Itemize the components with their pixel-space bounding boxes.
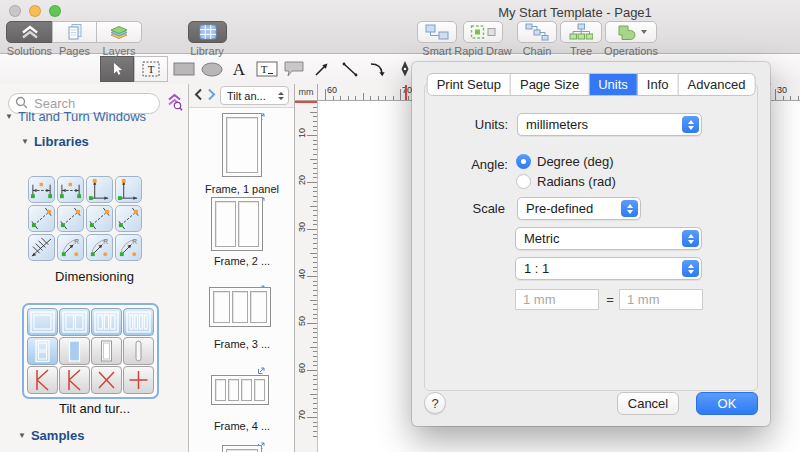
ellipse-tool[interactable] bbox=[197, 55, 227, 83]
stencil-item-preview[interactable] bbox=[211, 375, 269, 405]
frame-4-panels-icon[interactable] bbox=[123, 308, 154, 336]
ruler-tick bbox=[313, 328, 317, 329]
vertical-ruler[interactable]: 10203040506070 bbox=[295, 101, 318, 452]
tilt-turn-symbol-icon[interactable] bbox=[59, 366, 90, 394]
stencil-item-preview[interactable] bbox=[222, 113, 262, 177]
frame-3-panels-icon[interactable] bbox=[91, 308, 122, 336]
solution-search-icon[interactable] bbox=[166, 91, 183, 116]
ruler-tick bbox=[313, 116, 317, 117]
ruler-tick bbox=[313, 168, 317, 169]
toolbar-button-pages[interactable] bbox=[52, 21, 97, 43]
angular-dimension-icon[interactable] bbox=[28, 205, 55, 232]
tab-page-size[interactable]: Page Size bbox=[511, 74, 589, 95]
units-dropdown[interactable]: millimeters bbox=[517, 113, 702, 136]
frame-2-rows-icon[interactable] bbox=[27, 337, 58, 365]
scale-system-dropdown[interactable]: Metric bbox=[515, 227, 702, 250]
angular-dimension-icon[interactable] bbox=[57, 205, 84, 232]
rectangle-tool[interactable] bbox=[169, 55, 199, 83]
text-tool[interactable]: A bbox=[224, 55, 254, 83]
radio-unselected-icon[interactable] bbox=[516, 174, 531, 189]
panel-filled-icon[interactable] bbox=[59, 337, 90, 365]
scale-right-field[interactable]: 1 mm bbox=[619, 289, 703, 310]
frame-1-panel-icon[interactable] bbox=[27, 308, 58, 336]
panel-slim-icon[interactable] bbox=[123, 337, 154, 365]
tree-item-samples[interactable]: ▼ Samples bbox=[18, 428, 84, 443]
toolbar-button-smart[interactable] bbox=[417, 21, 457, 43]
scale-left-field[interactable]: 1 mm bbox=[515, 289, 599, 310]
tab-info[interactable]: Info bbox=[638, 74, 679, 95]
angular-dimension-icon[interactable] bbox=[86, 205, 113, 232]
plus-symbol-icon[interactable] bbox=[123, 366, 154, 394]
cancel-button[interactable]: Cancel bbox=[617, 392, 679, 415]
text-block-tool[interactable]: T bbox=[252, 55, 282, 83]
ruler-tick bbox=[307, 229, 317, 230]
tab-print-setup[interactable]: Print Setup bbox=[428, 74, 511, 95]
toolbar-button-operations[interactable] bbox=[605, 21, 657, 43]
hatch-dimension-icon[interactable] bbox=[28, 234, 55, 261]
tab-units[interactable]: Units bbox=[589, 74, 638, 95]
forward-icon[interactable] bbox=[207, 87, 216, 105]
disclosure-triangle-icon[interactable]: ▼ bbox=[5, 113, 13, 121]
vertical-dimension-icon[interactable] bbox=[86, 176, 113, 203]
toolbar-button-layers[interactable] bbox=[96, 21, 142, 43]
toolbar-button-tree[interactable] bbox=[560, 21, 602, 43]
toolbar-button-solutions[interactable] bbox=[6, 21, 53, 43]
radius-dimension-icon[interactable]: R bbox=[115, 234, 142, 261]
vertical-dimension-icon[interactable] bbox=[115, 176, 142, 203]
stencil-item-preview[interactable] bbox=[209, 287, 271, 327]
disclosure-triangle-icon[interactable]: ▼ bbox=[21, 138, 29, 146]
palette-label-tilt[interactable]: Tilt and tur... bbox=[0, 401, 189, 416]
ruler-number: 30 bbox=[297, 220, 307, 234]
radius-dimension-icon[interactable]: R bbox=[86, 234, 113, 261]
toolbar-button-chain[interactable] bbox=[517, 21, 557, 43]
ruler-tick bbox=[408, 96, 409, 101]
radio-selected-icon[interactable] bbox=[516, 154, 531, 169]
linear-dimension-icon[interactable] bbox=[28, 176, 55, 203]
stencil-item-preview[interactable] bbox=[222, 445, 262, 452]
text-select-tool[interactable]: T bbox=[134, 56, 168, 82]
scale-ratio-dropdown[interactable]: 1 : 1 bbox=[515, 257, 702, 280]
minimize-button[interactable] bbox=[29, 5, 41, 17]
tilt-turn-symbol-icon[interactable] bbox=[27, 366, 58, 394]
tilt-palette-selected[interactable] bbox=[22, 303, 159, 399]
solutions-sidebar: ▼ Tilt and Turn Windows ▼ Libraries RRR … bbox=[0, 84, 189, 452]
line-tool[interactable] bbox=[335, 55, 365, 83]
angular-dimension-icon[interactable] bbox=[115, 205, 142, 232]
toolbar-button-library[interactable] bbox=[188, 21, 227, 43]
pointer-tool[interactable] bbox=[100, 56, 134, 82]
frame-2-panels-icon[interactable] bbox=[59, 308, 90, 336]
angle-option-radians-rad[interactable]: Radians (rad) bbox=[516, 174, 616, 189]
ruler-number: 50 bbox=[297, 314, 307, 328]
library-dropdown[interactable]: Tilt an... bbox=[220, 86, 289, 105]
close-button[interactable] bbox=[9, 5, 21, 17]
panel-outline-icon[interactable] bbox=[91, 337, 122, 365]
horizontal-ruler-right[interactable]: 30 bbox=[771, 84, 800, 101]
angle-label: Angle: bbox=[432, 157, 508, 172]
palette-label-dimensioning[interactable]: Dimensioning bbox=[0, 269, 189, 284]
angle-option-degree-deg[interactable]: Degree (deg) bbox=[516, 154, 614, 169]
ruler-tick bbox=[313, 163, 317, 164]
ruler-tick bbox=[313, 351, 317, 352]
ruler-tick bbox=[307, 370, 317, 371]
arrow-tool[interactable] bbox=[307, 55, 337, 83]
callout-tool[interactable] bbox=[279, 55, 309, 83]
dimensioning-palette[interactable]: RRR bbox=[28, 176, 142, 261]
ruler-tick bbox=[313, 130, 317, 131]
help-button[interactable]: ? bbox=[424, 392, 446, 414]
linear-dimension-icon[interactable] bbox=[57, 176, 84, 203]
zoom-button[interactable] bbox=[49, 5, 61, 17]
tree-item-libraries[interactable]: ▼ Libraries bbox=[21, 134, 89, 149]
horizontal-ruler[interactable]: 6070 bbox=[318, 84, 412, 101]
stencil-item-preview[interactable] bbox=[211, 197, 263, 251]
radius-dimension-icon[interactable]: R bbox=[57, 234, 84, 261]
ok-button[interactable]: OK bbox=[696, 392, 758, 415]
tab-advanced[interactable]: Advanced bbox=[679, 74, 755, 95]
ruler-tick bbox=[313, 177, 317, 178]
back-icon[interactable] bbox=[194, 87, 203, 105]
tree-item-tilt-and-turn-windows[interactable]: ▼ Tilt and Turn Windows bbox=[5, 109, 146, 124]
arc-tool[interactable] bbox=[362, 55, 392, 83]
disclosure-triangle-icon[interactable]: ▼ bbox=[18, 432, 26, 440]
scale-mode-dropdown[interactable]: Pre-defined bbox=[517, 197, 641, 220]
toolbar-button-rapid-draw[interactable] bbox=[463, 21, 503, 43]
cross-symbol-icon[interactable] bbox=[91, 366, 122, 394]
